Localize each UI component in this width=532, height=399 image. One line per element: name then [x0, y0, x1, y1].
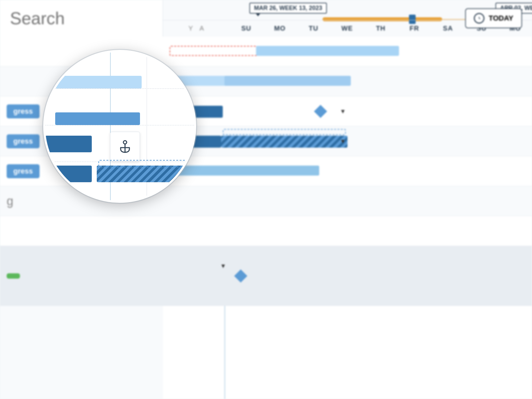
mag-row-1 [45, 88, 194, 89]
today-button[interactable]: TODAY [465, 8, 522, 28]
clock-icon [474, 13, 484, 24]
mag-bar-4a [45, 166, 92, 182]
day-th: TH [364, 25, 397, 32]
day-su1: SU [229, 25, 263, 32]
diamond-1 [314, 105, 327, 118]
anchor-box[interactable] [110, 132, 140, 162]
dropdown-arrow-2[interactable]: ▼ [340, 138, 346, 145]
task-progress-green [7, 273, 20, 279]
day-tu: TU [297, 25, 330, 32]
mag-bar-2 [55, 112, 140, 125]
search-area[interactable] [0, 0, 163, 37]
dropdown-arrow-3[interactable]: ▼ [220, 263, 226, 270]
search-input[interactable] [10, 8, 153, 28]
filter-assign: Y A [163, 25, 229, 32]
day-sa: SA [431, 25, 465, 32]
grid-row-1 [163, 37, 532, 66]
task-progress-2: gress [7, 134, 40, 148]
anchor-icon [117, 138, 133, 155]
bar-blue-light-1 [256, 46, 399, 56]
day-mo1: MO [263, 25, 297, 32]
dropdown-arrow-1[interactable]: ▼ [340, 108, 346, 115]
timeline-header: MAR 26, WEEK 13, 2023 APR 02, WEEK 1 Y A… [163, 0, 532, 37]
gantt-header: MAR 26, WEEK 13, 2023 APR 02, WEEK 1 Y A… [0, 0, 532, 37]
grid-row-4: ▼ [163, 126, 532, 156]
today-label: TODAY [488, 14, 513, 23]
grid-row-2 [163, 66, 532, 96]
gantt-grid: ▼ ▼ ▼ [163, 37, 532, 399]
bar-dashed-1 [223, 129, 346, 135]
magnify-circle [43, 50, 196, 203]
task-progress-3: gress [7, 164, 40, 178]
day-we: WE [330, 25, 364, 32]
grid-row-5 [163, 156, 532, 186]
filter-icon[interactable]: Y [189, 25, 193, 32]
task-progress-1: gress [7, 104, 40, 118]
mag-bar-4b [97, 166, 195, 182]
week-banner-1: MAR 26, WEEK 13, 2023 [249, 3, 327, 14]
svg-line-2 [479, 18, 480, 19]
mag-dashed-1 [98, 160, 195, 167]
assign-icon[interactable]: A [200, 25, 204, 32]
grid-row-7 [163, 216, 532, 246]
day-fr: FR [398, 25, 431, 32]
grid-row-6 [163, 186, 532, 216]
grid-row-3: ▼ [163, 96, 532, 126]
bar-blue-light-3 [224, 76, 351, 86]
bar-striped-1 [221, 136, 347, 148]
grid-row-last: ▼ [163, 246, 532, 306]
mag-row-2 [45, 125, 194, 125]
diamond-2 [234, 269, 247, 283]
task-text-g: g [7, 194, 13, 208]
mag-bar-1 [55, 76, 142, 88]
mag-bar-3 [45, 136, 92, 152]
